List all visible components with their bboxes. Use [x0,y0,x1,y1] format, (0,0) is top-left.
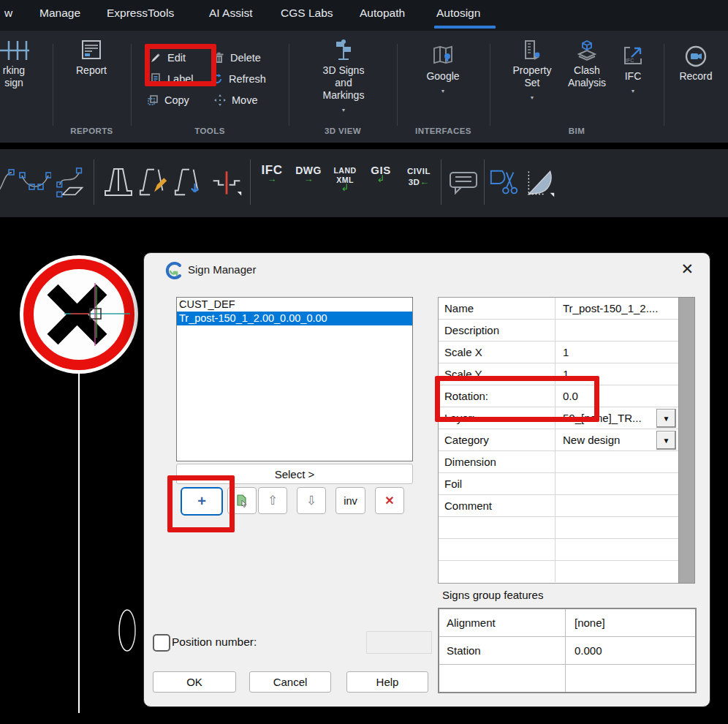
civil3d-import-tool[interactable]: CIVIL 3D← [401,165,437,187]
ribbon-delete-button[interactable]: Delete [212,51,261,64]
ribbon-3d-signs-button[interactable]: 3D Signs and Markings ▼ [310,39,377,116]
tab-cgs-labs[interactable]: CGS Labs [281,7,333,20]
tab-ai-assist[interactable]: AI Assist [209,7,252,20]
angle-measure-icon[interactable] [523,162,556,203]
parking-label-line2: sign [4,77,23,88]
trim-scissors-icon[interactable] [488,162,520,203]
signs-group-table: Alignment [none] Station 0.000 [438,608,697,693]
group-label-interfaces: INTERFACES [397,127,490,135]
dwg-export-tool[interactable]: DWG → [291,165,326,183]
tab-expresstools[interactable]: ExpressTools [107,7,174,20]
landxml-import-tool[interactable]: LAND XML ↲ [327,165,363,192]
green-arrow-return-icon: ↲ [364,176,398,183]
toolbar-divider [94,159,94,205]
tab-autopath[interactable]: Autopath [360,7,405,20]
close-icon[interactable]: ✕ [680,260,694,278]
list-item[interactable]: CUST_DEF [177,298,412,312]
dropdown-caret-icon: ▼ [613,85,653,97]
highlight-box-edit [145,44,216,86]
signs-group-features-label: Signs group features [442,589,543,601]
ribbon-copy-button[interactable]: Copy [146,94,189,107]
group-label-bim: BIM [490,127,664,135]
green-arrow-right-icon: → [291,176,326,183]
signs3d-label-line1: 3D Signs [323,64,365,76]
toolbar-divider [484,159,485,205]
cross-section-icon[interactable] [211,162,243,203]
ifc-export-tool[interactable]: IFC → [254,165,289,183]
toolbar-divider [250,159,251,205]
property-row-dimension: Dimension [439,451,678,473]
polyline-curve-icon[interactable] [19,162,51,203]
group-label-3d-view: 3D VIEW [289,127,397,135]
property-grid: Name Tr_post-150_1_2.... Description Sca… [438,297,679,584]
move-up-button[interactable]: ⇧ [258,487,287,514]
highlight-box-rotation [435,376,599,422]
property-row-name: Name Tr_post-150_1_2.... [439,298,678,320]
tab-view-partial[interactable]: w [4,7,12,20]
layer-dropdown-button[interactable]: ▼ [656,409,676,428]
report-icon [62,39,121,61]
category-dropdown-button[interactable]: ▼ [656,431,676,450]
position-number-field [366,631,432,654]
dropdown-caret-icon: ▼ [504,91,560,104]
tab-manage[interactable]: Manage [39,7,80,20]
road-model-icon[interactable] [102,162,134,203]
gis-import-tool[interactable]: GIS ↲ [364,165,398,183]
clash-label-line1: Clash [574,64,600,76]
signs3d-label-line2: and [335,77,352,88]
spline-area-icon[interactable] [56,162,88,203]
active-tab-underline [434,26,496,29]
tab-autosign[interactable]: Autosign [436,7,480,20]
ifc-label: IFC [625,70,642,82]
ribbon-google-button[interactable]: Google ▼ [414,45,472,97]
parking-design-icon [0,39,47,61]
ribbon-divider [397,44,398,126]
invert-selection-button[interactable]: inv [335,487,365,514]
ribbon-property-set-button[interactable]: Property Set ▼ [504,39,560,104]
green-arrow-return-icon: ↲ [327,184,363,192]
cancel-button[interactable]: Cancel [249,671,331,693]
ribbon-refresh-button[interactable]: Refresh [211,72,266,86]
comment-bubble-icon[interactable] [447,162,479,203]
group-label-reports: REPORTS [53,127,131,135]
road-download-icon[interactable] [172,162,205,203]
highlight-box-add-button [167,475,235,532]
ribbon-ifc-button[interactable]: IFC IFC ▼ [613,45,653,97]
copy-icon [146,94,159,107]
ribbon-record-button[interactable]: Record [664,45,728,83]
parking-label-line1: rking [3,64,25,76]
record-camera-icon [664,45,728,67]
delete-sign-button[interactable]: ✕ [375,487,404,514]
partial-tool-icon[interactable] [0,162,19,203]
ribbon-clash-analysis-button[interactable]: Clash Analysis [558,39,615,89]
quick-toolbar: IFC → DWG → LAND XML ↲ GIS ↲ CIVIL 3D← [0,149,728,217]
move-down-button[interactable]: ⇩ [297,487,326,514]
ribbon-report-button[interactable]: Report [62,39,121,77]
position-number-checkbox[interactable] [153,634,170,652]
traffic-sign-entity[interactable] [20,255,138,713]
property-row-foil: Foil [439,473,678,495]
ellipse-entity[interactable] [119,610,135,651]
ribbon-move-button[interactable]: Move [213,94,257,107]
clash-analysis-icon [558,39,615,61]
copy-label: Copy [164,94,189,106]
delete-label: Delete [230,52,261,64]
help-button[interactable]: Help [346,671,428,693]
signs-group-row-alignment: Alignment [none] [439,609,695,637]
clash-label-line2: Analysis [568,77,606,88]
signs3d-label-line3: Markings [323,89,365,101]
property-row-scale-x: Scale X 1 [439,342,678,363]
road-edit-icon[interactable] [137,162,170,203]
google-maps-icon [414,45,472,67]
property-row-empty [439,539,678,561]
record-label: Record [679,70,712,82]
property-row-category: Category New design ▼ [439,429,678,451]
list-item-selected[interactable]: Tr_post-150_1_2.00_0.00_0.00 [177,312,412,325]
ribbon-parking-design-button[interactable]: rking sign [0,39,47,89]
property-row-empty [439,561,678,582]
svg-text:IFC: IFC [626,58,634,63]
ok-button[interactable]: OK [153,671,236,693]
property-grid-scrollbar[interactable] [678,297,695,584]
sign-list[interactable]: CUST_DEF Tr_post-150_1_2.00_0.00_0.00 [176,297,413,461]
green-arrow-left-icon: ← [420,176,429,187]
